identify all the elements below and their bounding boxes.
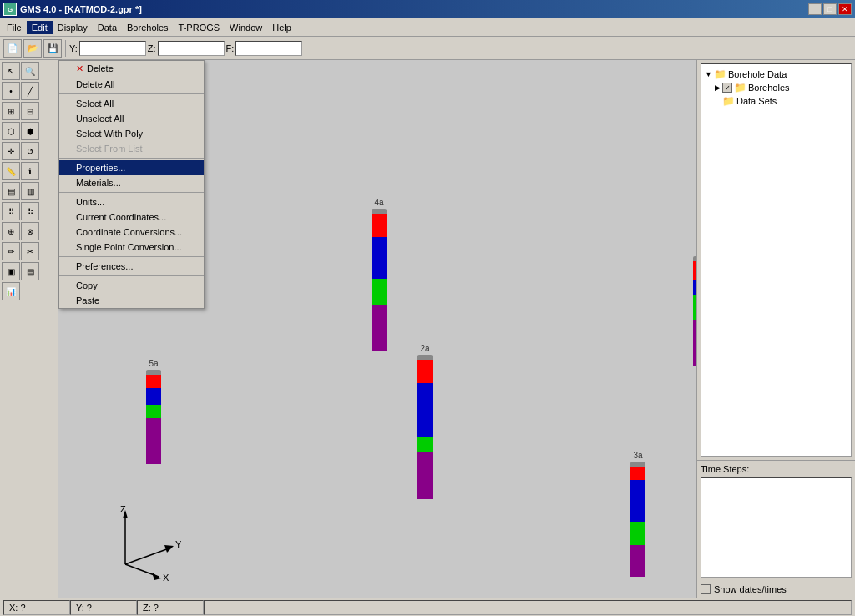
- open-button[interactable]: 📂: [23, 39, 42, 58]
- menu-preferences[interactable]: Preferences...: [59, 259, 204, 274]
- tree-boreholes-item: ▶ ✓ 📁 Boreholes: [715, 81, 847, 94]
- menu-paste[interactable]: Paste: [59, 293, 204, 308]
- tree-expand-root[interactable]: ▼: [705, 70, 712, 78]
- menu-select-all[interactable]: Select All: [59, 96, 204, 111]
- tree-checkbox-boreholes[interactable]: ✓: [722, 83, 732, 93]
- tree-folder-icon: 📁: [714, 68, 726, 80]
- time-steps-label: Time Steps:: [697, 460, 855, 477]
- borehole-3a-label: 3a: [633, 451, 642, 460]
- title-bar: G GMS 4.0 - [KATMOD-2.gpr *] _ □ ✕: [0, 0, 855, 18]
- menu-unselect-all[interactable]: Unselect All: [59, 111, 204, 126]
- status-extra: [204, 600, 852, 615]
- tree-boreholes[interactable]: ▶ ✓ 📁 Boreholes: [715, 81, 847, 94]
- menu-help[interactable]: Help: [267, 21, 296, 34]
- tree-datasets-item: ▶ 📁 Data Sets: [715, 94, 847, 108]
- menu-window[interactable]: Window: [225, 21, 267, 34]
- menu-edit[interactable]: Edit: [27, 21, 53, 34]
- svg-text:Z: Z: [120, 506, 126, 514]
- app-icon: G: [3, 3, 17, 16]
- tree-area: ▼ 📁 Borehole Data ▶ ✓ 📁 Boreholes ▶ 📁 Da…: [701, 63, 852, 457]
- tool-move[interactable]: ✛: [2, 142, 20, 160]
- svg-line-6: [125, 548, 171, 564]
- tree-datasets-label: Data Sets: [736, 96, 777, 106]
- menu-bar: File Edit Display Data Boreholes T-PROGS…: [0, 18, 855, 37]
- tree-root[interactable]: ▼ 📁 Borehole Data: [705, 68, 847, 81]
- svg-marker-4: [152, 573, 161, 580]
- borehole-4a-label: 4a: [374, 198, 383, 207]
- menu-units[interactable]: Units...: [59, 194, 204, 210]
- tool-scatter2[interactable]: ⠷: [21, 202, 39, 220]
- show-dates-row: Show dates/times: [697, 581, 855, 598]
- tool-point[interactable]: •: [2, 82, 20, 100]
- menu-data[interactable]: Data: [93, 21, 122, 34]
- borehole-5a-label: 5a: [149, 359, 158, 368]
- menu-materials[interactable]: Materials...: [59, 175, 204, 190]
- menu-copy[interactable]: Copy: [59, 278, 204, 293]
- tool-view2[interactable]: ▤: [21, 262, 39, 280]
- tool-grid[interactable]: ⊞: [2, 102, 20, 120]
- status-x: X: ?: [3, 600, 70, 615]
- menu-select-with-poly[interactable]: Select With Poly: [59, 126, 204, 141]
- tool-3d[interactable]: ⬡: [2, 122, 20, 140]
- tool-scatter1[interactable]: ⠿: [2, 202, 20, 220]
- tool-grid2[interactable]: ⊟: [21, 102, 39, 120]
- edit-dropdown-menu: ✕Delete Delete All Select All Unselect A…: [58, 60, 205, 309]
- menu-delete[interactable]: ✕Delete: [59, 61, 204, 77]
- menu-tprogs[interactable]: T-PROGS: [174, 21, 225, 34]
- new-button[interactable]: 📄: [3, 39, 22, 58]
- borehole-1a-label: 1a: [696, 245, 696, 255]
- z-input[interactable]: [158, 41, 225, 56]
- status-z: Z: ?: [137, 600, 204, 615]
- borehole-5a[interactable]: 5a: [146, 359, 161, 464]
- tree-boreholes-label: Boreholes: [748, 83, 790, 93]
- left-toolbar: ↖ 🔍 • ╱ ⊞ ⊟ ⬡ ⬢ ✛ ↺ 📏 ℹ ▤ ▥ ⠿ ⠷: [0, 60, 58, 598]
- borehole-1a[interactable]: 1a: [693, 245, 696, 366]
- window-title: GMS 4.0 - [KATMOD-2.gpr *]: [20, 4, 142, 14]
- borehole-2a[interactable]: 2a: [417, 344, 433, 499]
- tree-folder-boreholes: 📁: [734, 82, 746, 93]
- svg-marker-7: [164, 545, 174, 553]
- tool-view1[interactable]: ▣: [2, 262, 20, 280]
- tool-poly[interactable]: ⬢: [21, 122, 39, 140]
- tree-expand-boreholes[interactable]: ▶: [715, 83, 721, 92]
- tool-node2[interactable]: ⊗: [21, 222, 39, 240]
- borehole-3a[interactable]: 3a: [630, 451, 645, 577]
- tool-select[interactable]: ↖: [2, 62, 20, 80]
- menu-single-point[interactable]: Single Point Conversion...: [59, 240, 204, 255]
- minimize-button[interactable]: _: [808, 3, 822, 15]
- borehole-4a[interactable]: 4a: [372, 198, 387, 351]
- main-toolbar: 📄 📂 💾 Y: Z: F:: [0, 37, 855, 60]
- tool-zoom[interactable]: 🔍: [21, 62, 39, 80]
- show-dates-checkbox[interactable]: [701, 584, 711, 594]
- tool-rotate[interactable]: ↺: [21, 142, 39, 160]
- svg-text:X: X: [163, 573, 169, 581]
- tool-layer2[interactable]: ▥: [21, 182, 39, 200]
- tool-edit2[interactable]: ✂: [21, 242, 39, 260]
- tool-measure[interactable]: 📏: [2, 162, 20, 180]
- tool-layer1[interactable]: ▤: [2, 182, 20, 200]
- status-y: Y: ?: [70, 600, 137, 615]
- time-steps-area: [701, 477, 852, 578]
- canvas-area[interactable]: ✕Delete Delete All Select All Unselect A…: [58, 60, 696, 598]
- menu-delete-all[interactable]: Delete All: [59, 77, 204, 92]
- menu-boreholes[interactable]: Boreholes: [122, 21, 174, 34]
- tool-edit1[interactable]: ✏: [2, 242, 20, 260]
- z-label: Z:: [148, 43, 156, 53]
- tree-datasets[interactable]: ▶ 📁 Data Sets: [715, 94, 847, 108]
- tool-info[interactable]: ℹ: [21, 162, 39, 180]
- tool-line[interactable]: ╱: [21, 82, 39, 100]
- menu-display[interactable]: Display: [53, 21, 93, 34]
- menu-properties[interactable]: Properties...: [59, 160, 204, 175]
- tool-chart[interactable]: 📊: [2, 282, 20, 300]
- f-input[interactable]: [235, 41, 302, 56]
- menu-coord-conversions[interactable]: Coordinate Conversions...: [59, 225, 204, 240]
- menu-file[interactable]: File: [2, 21, 27, 34]
- tool-node1[interactable]: ⊕: [2, 222, 20, 240]
- y-label: Y:: [69, 43, 78, 53]
- save-button[interactable]: 💾: [43, 39, 62, 58]
- maximize-button[interactable]: □: [823, 3, 837, 15]
- menu-current-coords[interactable]: Current Coordinates...: [59, 210, 204, 225]
- f-label: F:: [226, 43, 235, 53]
- close-button[interactable]: ✕: [838, 3, 852, 15]
- y-input[interactable]: [79, 41, 146, 56]
